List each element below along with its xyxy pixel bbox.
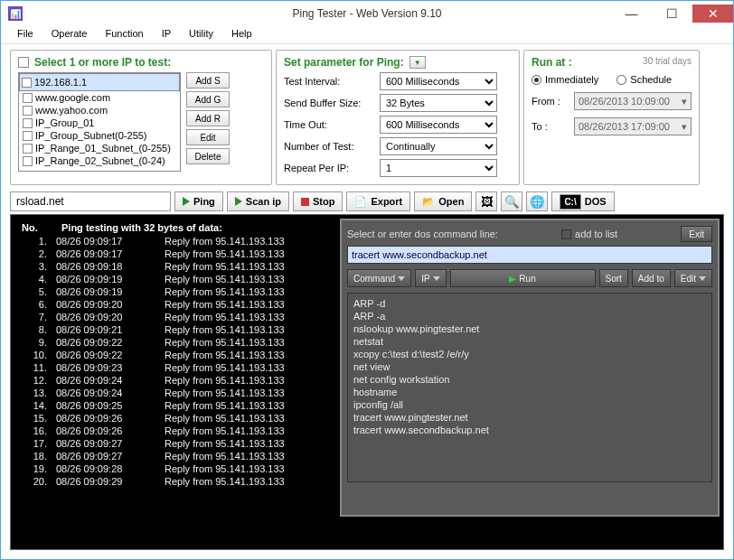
buffer-select[interactable]: 32 Bytes (380, 94, 497, 112)
dos-list-item[interactable]: netstat (353, 335, 706, 348)
to-datetime[interactable]: 08/26/2013 17:09:00▾ (574, 117, 692, 135)
menu-utility[interactable]: Utility (180, 26, 222, 43)
ip-item-label: IP_Range_02_Subnet_(0-24) (35, 155, 165, 166)
ip-item[interactable]: IP_Group_01 (19, 117, 180, 129)
stop-label: Stop (313, 196, 334, 207)
export-button[interactable]: 📄Export (346, 191, 410, 211)
ip-checkbox[interactable] (23, 106, 33, 116)
add-g-button[interactable]: Add G (186, 91, 230, 107)
menu-ip[interactable]: IP (153, 26, 180, 43)
ip-item-label: 192.168.1.1 (34, 77, 87, 88)
ip-item[interactable]: www.google.com (19, 91, 180, 104)
dos-addto-button[interactable]: Add to (632, 269, 671, 287)
close-button[interactable]: ✕ (692, 5, 733, 23)
col-no: No. (22, 222, 47, 233)
dos-icon: C:\ (560, 194, 580, 210)
radio-schedule[interactable]: Schedule (616, 74, 672, 85)
dos-list-item[interactable]: tracert www.secondbackup.net (353, 424, 706, 436)
open-label: Open (438, 196, 464, 207)
menu-help[interactable]: Help (222, 26, 261, 43)
delete-button[interactable]: Delete (186, 148, 230, 164)
ip-label: IP (421, 274, 429, 284)
dos-command-dropdown[interactable]: Command (347, 269, 411, 287)
ping-button[interactable]: Ping (174, 191, 223, 211)
add-s-button[interactable]: Add S (186, 72, 230, 89)
chevron-down-icon (433, 276, 440, 281)
export-label: Export (371, 196, 402, 207)
to-label: To : (532, 121, 548, 132)
ip-item-label: IP_Range_01_Subnet_(0-255) (35, 143, 171, 154)
stop-button[interactable]: Stop (293, 191, 343, 211)
dos-input[interactable] (347, 246, 712, 264)
ip-checkbox[interactable] (22, 78, 32, 88)
dos-list-item[interactable]: net view (353, 360, 706, 373)
dos-label: DOS (585, 196, 607, 207)
addlist-checkbox[interactable] (561, 229, 571, 239)
ip-checkbox[interactable] (23, 144, 33, 154)
ip-checkbox[interactable] (23, 118, 33, 128)
dos-list-item[interactable]: ARP -a (353, 310, 706, 322)
to-value: 08/26/2013 17:09:00 (579, 121, 670, 132)
param-label: Send Buffer Size: (284, 98, 374, 108)
param-dropdown-icon[interactable]: ▼ (409, 56, 426, 69)
trial-label: 30 trial days (643, 56, 692, 66)
dos-edit-dropdown[interactable]: Edit (674, 269, 712, 287)
menu-file[interactable]: File (8, 26, 42, 43)
tool-icon-2[interactable]: 🔍 (501, 191, 522, 211)
from-datetime[interactable]: 08/26/2013 10:09:00▾ (574, 92, 692, 110)
dos-exit-button[interactable]: Exit (681, 226, 712, 242)
menu-function[interactable]: Function (96, 26, 152, 43)
ip-item[interactable]: 192.168.1.1 (19, 73, 180, 91)
ip-checkbox[interactable] (23, 131, 33, 141)
dos-list-item[interactable]: tracert www.pingtester.net (353, 411, 706, 424)
dos-list-item[interactable]: nslookup www.pingtester.net (353, 322, 706, 335)
dos-list-item[interactable]: net config workstation (353, 373, 706, 386)
ip-item[interactable]: IP_Range_01_Subnet_(0-255) (19, 142, 180, 154)
menu-bar: File Operate Function IP Utility Help (1, 26, 733, 44)
dos-list-item[interactable]: xcopy c:\test d:\test2 /e/r/y (353, 348, 706, 360)
ip-item-label: IP_Group_01 (35, 117, 94, 128)
dos-history-list[interactable]: ARP -dARP -anslookup www.pingtester.netn… (347, 293, 712, 482)
from-value: 08/26/2013 10:09:00 (579, 96, 670, 107)
interval-select[interactable]: 600 Milliseconds (380, 72, 497, 90)
dos-list-item[interactable]: hostname (353, 386, 706, 398)
ip-item[interactable]: www.yahoo.com (19, 104, 180, 117)
addlist-label: add to list (575, 229, 617, 239)
ping-label: Ping (193, 196, 215, 207)
menu-operate[interactable]: Operate (42, 26, 97, 43)
from-label: From : (532, 96, 560, 107)
ip-item-label: www.google.com (35, 92, 110, 103)
chevron-down-icon (699, 276, 706, 281)
radio-immediately[interactable]: Immediately (532, 74, 598, 85)
edit-button[interactable]: Edit (186, 129, 230, 145)
dos-list-item[interactable]: ipconfig /all (353, 398, 706, 411)
open-button[interactable]: 📂Open (414, 191, 472, 211)
select-all-checkbox[interactable] (18, 57, 29, 68)
numtest-select[interactable]: Continually (380, 137, 497, 155)
dos-button[interactable]: C:\DOS (551, 191, 614, 211)
host-input[interactable] (10, 191, 171, 211)
dos-ip-dropdown[interactable]: IP (415, 269, 446, 287)
tool-icon-browser[interactable]: 🌐 (526, 191, 548, 211)
stop-icon (301, 198, 309, 206)
dos-run-button[interactable]: ▶Run (450, 269, 596, 287)
scanip-button[interactable]: Scan ip (227, 191, 289, 211)
ip-checkbox[interactable] (23, 93, 33, 103)
tool-icon-1[interactable]: 🖼 (475, 191, 497, 211)
dos-list-item[interactable]: ARP -d (353, 297, 706, 310)
maximize-button[interactable]: ☐ (652, 5, 692, 23)
timeout-select[interactable]: 600 Milliseconds (380, 116, 497, 134)
app-icon: 📊 (8, 6, 23, 21)
dos-sort-button[interactable]: Sort (599, 269, 628, 287)
ip-item-label: IP_Group_Subnet(0-255) (35, 130, 147, 141)
param-label: Time Out: (284, 119, 374, 130)
ip-group-title: Select 1 or more IP to test: (34, 56, 171, 69)
add-r-button[interactable]: Add R (186, 110, 230, 126)
param-label: Repeat Per IP: (284, 163, 374, 173)
ip-item[interactable]: IP_Range_02_Subnet_(0-24) (19, 154, 180, 167)
ip-list[interactable]: 192.168.1.1 www.google.com www.yahoo.com… (18, 72, 181, 172)
minimize-button[interactable]: — (611, 5, 652, 23)
ip-checkbox[interactable] (23, 156, 33, 166)
ip-item[interactable]: IP_Group_Subnet(0-255) (19, 129, 180, 142)
repeat-select[interactable]: 1 (380, 159, 497, 177)
